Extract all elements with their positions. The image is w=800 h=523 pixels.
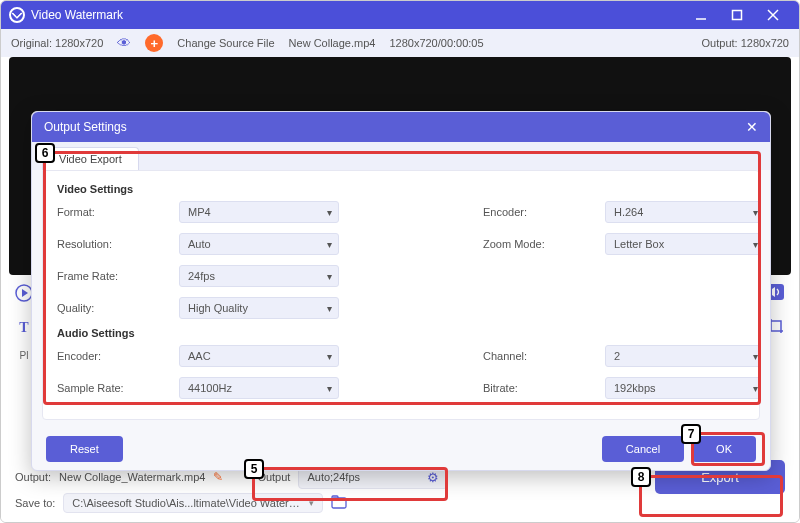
video-encoder-select[interactable]: H.264 <box>605 201 760 223</box>
resolution-label: Resolution: <box>57 238 167 250</box>
audio-encoder-label: Encoder: <box>57 350 167 362</box>
bottom-bar: Output: New Collage_Watermark.mp4 ✎ Outp… <box>15 464 785 516</box>
format-label: Format: <box>57 206 167 218</box>
toolbar: Original: 1280x720 👁 + Change Source Fil… <box>1 29 799 57</box>
channel-select[interactable]: 2 <box>605 345 760 367</box>
source-filename: New Collage.mp4 <box>289 37 376 49</box>
resolution-select[interactable]: Auto <box>179 233 339 255</box>
video-encoder-label: Encoder: <box>483 206 593 218</box>
open-folder-icon[interactable] <box>331 495 347 511</box>
chevron-down-icon: ▾ <box>309 498 314 508</box>
zoom-mode-select[interactable]: Letter Box <box>605 233 760 255</box>
source-dims-time: 1280x720/00:00:05 <box>389 37 483 49</box>
dialog-footer: Reset Cancel OK <box>32 428 770 470</box>
sample-rate-select[interactable]: 44100Hz <box>179 377 339 399</box>
video-settings-heading: Video Settings <box>57 183 745 195</box>
bitrate-select[interactable]: 192kbps <box>605 377 760 399</box>
minimize-button[interactable] <box>683 5 719 25</box>
output-settings-value: Auto;24fps <box>307 471 360 483</box>
quality-select[interactable]: High Quality <box>179 297 339 319</box>
output-file-label: Output: <box>15 471 51 483</box>
add-source-button[interactable]: + <box>145 34 163 52</box>
app-title: Video Watermark <box>31 8 123 22</box>
quality-label: Quality: <box>57 302 167 314</box>
audio-encoder-select[interactable]: AAC <box>179 345 339 367</box>
ok-button[interactable]: OK <box>692 436 756 462</box>
dialog-close-button[interactable]: ✕ <box>746 119 758 135</box>
maximize-icon <box>731 9 743 21</box>
change-source-link[interactable]: Change Source File <box>177 37 274 49</box>
frame-rate-select[interactable]: 24fps <box>179 265 339 287</box>
dialog-title: Output Settings <box>44 120 127 134</box>
svg-marker-5 <box>22 289 28 297</box>
zoom-mode-label: Zoom Mode: <box>483 238 593 250</box>
output-dimensions: Output: 1280x720 <box>702 37 789 49</box>
app-logo-icon <box>9 7 25 23</box>
close-icon <box>767 9 779 21</box>
reset-button[interactable]: Reset <box>46 436 123 462</box>
dialog-panel: Video Settings Format: MP4 Encoder: H.26… <box>42 170 760 420</box>
original-dimensions: Original: 1280x720 <box>11 37 103 49</box>
minimize-icon <box>695 9 707 21</box>
titlebar: Video Watermark <box>1 1 799 29</box>
bitrate-label: Bitrate: <box>483 382 593 394</box>
rename-output-icon[interactable]: ✎ <box>213 470 223 484</box>
audio-settings-heading: Audio Settings <box>57 327 745 339</box>
dialog-titlebar: Output Settings ✕ <box>32 112 770 142</box>
output-settings-dialog: Output Settings ✕ Video Export Video Set… <box>31 111 771 471</box>
text-tool-icon[interactable]: T <box>19 320 28 336</box>
svg-rect-1 <box>733 11 742 20</box>
output-settings-label: Output <box>257 471 290 483</box>
maximize-button[interactable] <box>719 5 755 25</box>
sample-rate-label: Sample Rate: <box>57 382 167 394</box>
save-to-path: C:\Aiseesoft Studio\Ais...ltimate\Video … <box>72 497 302 509</box>
frame-rate-label: Frame Rate: <box>57 270 167 282</box>
cancel-button[interactable]: Cancel <box>602 436 684 462</box>
save-to-path-box[interactable]: C:\Aiseesoft Studio\Ais...ltimate\Video … <box>63 493 323 513</box>
preview-eye-icon[interactable]: 👁 <box>117 35 131 51</box>
dialog-tabs: Video Export <box>32 142 770 170</box>
close-window-button[interactable] <box>755 5 791 25</box>
left-label: Pl <box>20 350 29 361</box>
format-select[interactable]: MP4 <box>179 201 339 223</box>
main-area: T Pl Output: New Collage_Watermark.mp4 ✎… <box>1 57 799 523</box>
output-file-name: New Collage_Watermark.mp4 <box>59 471 205 483</box>
save-to-label: Save to: <box>15 497 55 509</box>
gear-icon[interactable]: ⚙ <box>427 470 439 485</box>
channel-label: Channel: <box>483 350 593 362</box>
tab-video-export[interactable]: Video Export <box>42 147 139 170</box>
